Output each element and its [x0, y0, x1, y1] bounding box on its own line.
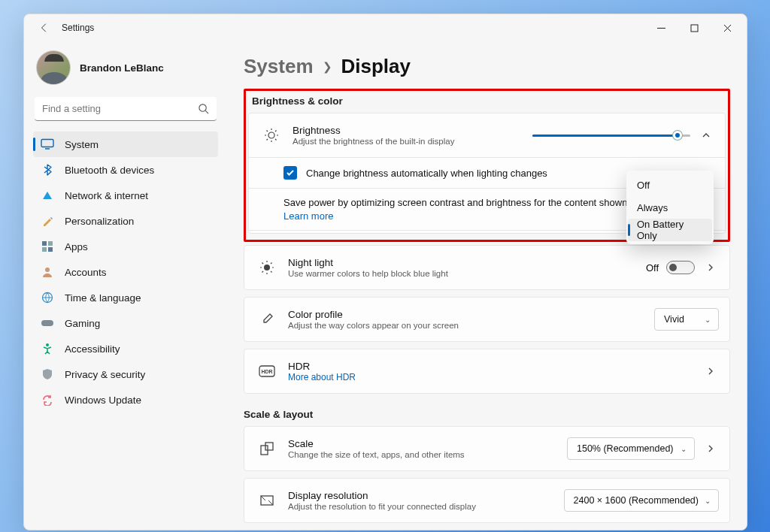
svg-rect-9: [41, 320, 53, 326]
collapse-button[interactable]: [698, 127, 714, 144]
content-adaptive-dropdown: Off Always On Battery Only: [626, 171, 714, 244]
nav-update[interactable]: Windows Update: [33, 387, 218, 413]
search-icon: [198, 103, 209, 117]
dropdown-option-off[interactable]: Off: [628, 174, 712, 196]
apps-icon: [41, 240, 54, 253]
section-scale-heading: Scale & layout: [244, 409, 730, 420]
bluetooth-icon: [41, 163, 54, 177]
night-light-desc: Use warmer colors to help block blue lig…: [288, 269, 635, 278]
nav-label: Gaming: [65, 318, 100, 329]
chevron-right-icon[interactable]: [702, 259, 719, 276]
brightness-desc: Adjust the brightness of the built-in di…: [293, 137, 522, 146]
nav-label: Accessibility: [65, 343, 120, 355]
svg-point-11: [268, 132, 274, 138]
brightness-slider[interactable]: [532, 128, 690, 142]
auto-brightness-label: Change brightness automatically when lig…: [306, 168, 547, 179]
chevron-right-icon[interactable]: [702, 440, 719, 457]
svg-rect-2: [41, 140, 53, 147]
chevron-down-icon: ⌄: [705, 316, 711, 324]
dropdown-option-always[interactable]: Always: [628, 196, 712, 219]
brightness-title: Brightness: [293, 125, 522, 136]
brightness-icon: [261, 127, 282, 144]
app-title: Settings: [62, 23, 94, 33]
color-profile-title: Color profile: [288, 309, 644, 320]
search-wrapper: [35, 97, 217, 121]
nav-system[interactable]: System: [33, 131, 218, 157]
eyedropper-icon: [256, 312, 277, 327]
chevron-right-icon: ❯: [323, 60, 332, 74]
learn-more-link[interactable]: Learn more: [283, 210, 333, 222]
brightness-row[interactable]: Brightness Adjust the brightness of the …: [249, 113, 725, 157]
nav-label: Accounts: [65, 267, 107, 278]
section-brightness-heading: Brightness & color: [252, 95, 728, 107]
svg-point-1: [199, 104, 206, 111]
night-light-value: Off: [646, 262, 659, 274]
svg-rect-6: [48, 247, 53, 252]
close-button[interactable]: [711, 14, 744, 41]
night-light-title: Night light: [288, 257, 635, 268]
sidebar: Brandon LeBlanc System Bluetooth & devic…: [24, 41, 226, 530]
content-adaptive-label: Save power by optimizing screen contrast…: [283, 197, 627, 208]
nav-gaming[interactable]: Gaming: [33, 310, 218, 336]
hdr-card[interactable]: HDR HDR More about HDR: [244, 349, 730, 394]
user-block[interactable]: Brandon LeBlanc: [33, 46, 218, 97]
globe-icon: [41, 291, 54, 304]
chevron-down-icon: ⌄: [705, 497, 711, 505]
hdr-icon: HDR: [256, 365, 277, 377]
nav-time[interactable]: Time & language: [33, 285, 218, 310]
svg-rect-0: [691, 25, 698, 32]
system-icon: [41, 138, 54, 151]
nav-personalization[interactable]: Personalization: [33, 208, 218, 234]
shield-icon: [41, 367, 54, 381]
nav-privacy[interactable]: Privacy & security: [33, 361, 218, 387]
gaming-icon: [41, 316, 54, 330]
nav-apps[interactable]: Apps: [33, 234, 218, 259]
resolution-card[interactable]: Display resolution Adjust the resolution…: [244, 478, 730, 523]
accounts-icon: [41, 265, 54, 279]
nav-label: System: [65, 139, 99, 150]
nav-label: Bluetooth & devices: [65, 165, 154, 176]
color-profile-select[interactable]: Vivid⌄: [654, 308, 719, 331]
auto-brightness-checkbox[interactable]: [283, 166, 297, 180]
nav-accessibility[interactable]: Accessibility: [33, 336, 218, 361]
svg-rect-16: [265, 443, 273, 450]
resolution-select[interactable]: 2400 × 1600 (Recommended)⌄: [564, 489, 719, 512]
resolution-title: Display resolution: [288, 490, 553, 501]
svg-text:HDR: HDR: [261, 369, 272, 374]
scale-select[interactable]: 150% (Recommended)⌄: [567, 437, 695, 460]
svg-point-12: [264, 264, 270, 271]
accessibility-icon: [41, 342, 54, 355]
scale-card[interactable]: Scale Change the size of text, apps, and…: [244, 426, 730, 471]
nav-accounts[interactable]: Accounts: [33, 259, 218, 285]
svg-rect-4: [48, 241, 53, 246]
search-input[interactable]: [35, 97, 217, 121]
chevron-right-icon[interactable]: [702, 363, 719, 379]
network-icon: [41, 189, 54, 202]
scale-title: Scale: [288, 438, 556, 449]
user-name: Brandon LeBlanc: [80, 62, 164, 74]
breadcrumb-parent[interactable]: System: [244, 55, 314, 78]
personalization-icon: [41, 214, 54, 228]
dropdown-option-battery[interactable]: On Battery Only: [628, 219, 712, 241]
nav-label: Time & language: [65, 292, 141, 304]
nav-label: Personalization: [65, 216, 134, 227]
svg-rect-5: [42, 247, 47, 252]
nav-bluetooth[interactable]: Bluetooth & devices: [33, 157, 218, 183]
nav-network[interactable]: Network & internet: [33, 183, 218, 208]
nav-label: Windows Update: [65, 394, 141, 406]
titlebar: Settings: [24, 14, 747, 41]
hdr-title: HDR: [288, 361, 692, 372]
night-light-card[interactable]: Night light Use warmer colors to help bl…: [244, 245, 730, 290]
avatar: [36, 50, 71, 85]
settings-window: Settings Brandon LeBlanc System: [23, 14, 747, 530]
nav: System Bluetooth & devices Network & int…: [33, 131, 218, 413]
night-light-toggle[interactable]: [666, 261, 695, 274]
nav-label: Network & internet: [65, 190, 148, 201]
hdr-link[interactable]: More about HDR: [288, 372, 692, 382]
maximize-button[interactable]: [678, 14, 711, 41]
color-profile-card[interactable]: Color profile Adjust the way colors appe…: [244, 297, 730, 342]
resolution-icon: [256, 493, 277, 508]
back-button[interactable]: [35, 18, 54, 38]
minimize-button[interactable]: [644, 14, 678, 41]
svg-point-10: [46, 343, 49, 346]
